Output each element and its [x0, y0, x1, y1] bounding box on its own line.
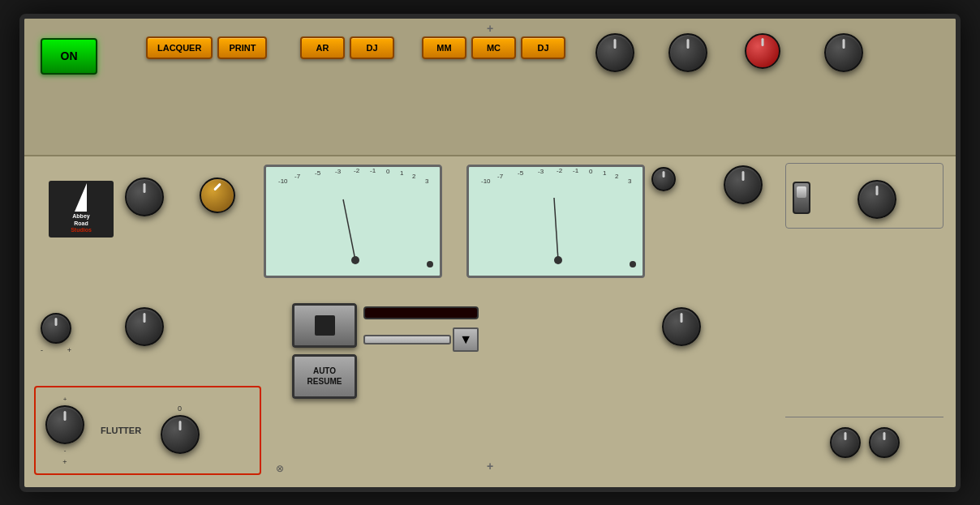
bottom-center-plus: + [487, 460, 493, 473]
plugin-frame: ON LACQUER PRINT AR DJ MM MC DJ [19, 14, 961, 492]
top-center-plus: + [487, 22, 493, 35]
dj-cartridge-button[interactable]: DJ [521, 36, 565, 59]
mm-button[interactable]: MM [422, 36, 466, 59]
svg-text:1: 1 [400, 169, 404, 177]
length-display[interactable] [363, 306, 479, 319]
modulator-knob-left[interactable] [830, 427, 861, 458]
vu-right-cl-dot [630, 261, 636, 267]
svg-text:-7: -7 [497, 173, 504, 180]
slowdown-button[interactable] [292, 303, 357, 348]
svg-text:0: 0 [589, 168, 593, 175]
flutter-depth-knob[interactable] [161, 415, 200, 454]
svg-text:-1: -1 [573, 167, 579, 174]
flutter-label: FLUTTER [101, 426, 141, 435]
meters-in-knob[interactable] [651, 167, 676, 191]
svg-text:3: 3 [628, 178, 632, 185]
svg-text:-2: -2 [354, 167, 360, 174]
svg-text:2: 2 [615, 173, 619, 180]
svg-line-22 [554, 198, 558, 260]
svg-text:0: 0 [386, 168, 390, 175]
vu-left-cl-dot [427, 261, 433, 267]
print-button[interactable]: PRINT [217, 36, 267, 59]
vu-meter-left: -10 -7 -5 -3 -2 -1 0 1 2 3 [264, 165, 442, 278]
svg-text:-10: -10 [481, 178, 491, 185]
svg-text:-3: -3 [335, 168, 342, 175]
output-knob[interactable] [724, 165, 763, 204]
tone-arm-knob[interactable] [662, 307, 701, 346]
auto-resume-button[interactable]: AUTORESUME [292, 354, 357, 399]
svg-text:-5: -5 [518, 169, 524, 177]
svg-point-23 [554, 256, 562, 264]
svg-text:3: 3 [425, 178, 429, 185]
clicks-knob[interactable] [824, 33, 863, 72]
svg-text:-7: -7 [294, 173, 301, 180]
svg-text:-2: -2 [557, 167, 563, 174]
flutter-rate-plus: + [63, 396, 67, 403]
flutter-depth-value: 0 [178, 404, 182, 413]
dj-turntable-button[interactable]: DJ [350, 36, 394, 59]
svg-text:1: 1 [603, 169, 607, 177]
abbey-road-logo: AbbeyRoadStudios [49, 181, 114, 238]
flutter-selection-box: + - + FLUTTER 0 [34, 386, 261, 475]
input-knob[interactable] [125, 178, 164, 216]
time-format-display[interactable] [363, 335, 451, 345]
auto-resume-label: AUTORESUME [307, 366, 342, 387]
mc-button[interactable]: MC [471, 36, 516, 59]
svg-text:-1: -1 [370, 167, 376, 174]
ar-button[interactable]: AR [300, 36, 345, 59]
lacquer-button[interactable]: LACQUER [146, 36, 213, 59]
rate-knob[interactable] [41, 313, 71, 344]
rate-plus: + [67, 346, 71, 354]
svg-point-11 [351, 256, 359, 264]
vu-meter-right: -10 -7 -5 -3 -2 -1 0 1 2 3 [466, 165, 645, 278]
modulator-knob-right[interactable] [869, 427, 900, 458]
phase-level-knob[interactable] [858, 180, 896, 219]
density-knob[interactable] [745, 33, 780, 69]
svg-text:-10: -10 [278, 178, 288, 185]
svg-line-10 [343, 199, 355, 260]
bottom-left-x: ⊗ [276, 463, 284, 474]
on-button[interactable]: ON [41, 38, 97, 75]
drive-knob[interactable] [200, 178, 235, 213]
flutter-rate-minus: - [64, 447, 67, 454]
noise-knob[interactable] [595, 33, 634, 72]
time-format-dropdown[interactable]: ▼ [453, 327, 479, 352]
svg-text:-5: -5 [315, 169, 321, 177]
crackle-knob[interactable] [668, 33, 707, 72]
phase-toggle[interactable] [793, 182, 810, 214]
depth-knob[interactable] [125, 307, 164, 346]
svg-text:2: 2 [412, 173, 416, 180]
rate-minus: - [41, 346, 43, 354]
svg-text:-3: -3 [538, 168, 544, 175]
flutter-rate-knob[interactable] [45, 405, 84, 444]
